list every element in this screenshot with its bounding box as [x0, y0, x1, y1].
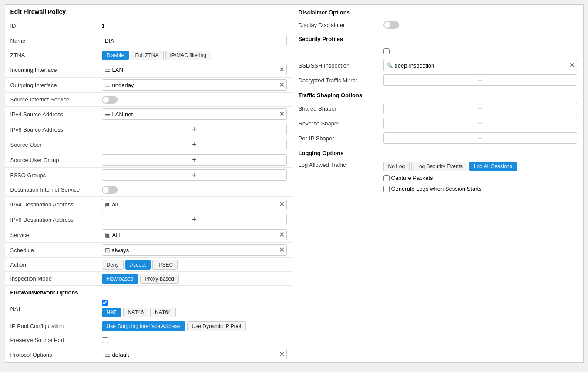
service-field[interactable]: ▣ ALL ✕ [102, 229, 287, 240]
ztna-disable-btn[interactable]: Disable [102, 51, 129, 60]
ztna-ipmac-btn[interactable]: IP/MAC filtering [165, 51, 211, 60]
ssl-row: SSL/SSH Inspection 🔍 deep-inspection ✕ [299, 58, 577, 73]
inspection-flow-btn[interactable]: Flow-based [102, 274, 138, 284]
inspection-value: Flow-based Proxy-based [102, 274, 287, 284]
ipv6-src-value: + [102, 124, 287, 135]
security-profiles-checkbox-row [299, 45, 577, 58]
ssl-clear-btn[interactable]: ✕ [569, 62, 575, 69]
ip-pool-row: IP Pool Configuration Use Outgoing Inter… [5, 319, 292, 333]
src-internet-label: Source Internet Service [10, 96, 102, 103]
incoming-label: Incoming Interface [10, 67, 102, 73]
shared-shaper-row: Shared Shaper + [299, 101, 577, 116]
incoming-clear-btn[interactable]: ✕ [279, 66, 285, 73]
ssl-search-icon: 🔍 [386, 62, 393, 68]
incoming-field[interactable]: ⚌ LAN ✕ [102, 64, 287, 75]
action-value: Deny Accept IPSEC [102, 260, 287, 270]
left-panel-title: Edit Firewall Policy [5, 5, 292, 19]
protocol-label: Protocol Options [10, 352, 102, 358]
decrypted-row: Decrypted Traffic Mirror + [299, 73, 577, 88]
preserve-checkbox[interactable] [102, 337, 108, 343]
per-ip-shaper-label: Per-IP Shaper [299, 135, 383, 142]
ztna-btn-group: Disable Full ZTNA IP/MAC filtering [102, 51, 211, 60]
dst-internet-toggle[interactable] [102, 186, 118, 194]
action-deny-btn[interactable]: Deny [102, 260, 124, 270]
ipv4-dst-label: IPv4 Destination Address [10, 201, 102, 208]
generate-label: Generate Logs when Session Starts [391, 186, 482, 192]
ip-pool-use-outgoing-btn[interactable]: Use Outgoing Interface Address [102, 321, 185, 331]
src-user-group-value: + [102, 154, 287, 166]
reverse-shaper-plus-btn[interactable]: + [383, 118, 577, 129]
schedule-field[interactable]: ⊡ always ✕ [102, 244, 287, 256]
outgoing-text: underlay [112, 82, 284, 88]
ipv4-src-label: IPv4 Source Address [10, 111, 102, 118]
inspection-proxy-btn[interactable]: Proxy-based [140, 274, 179, 284]
outgoing-clear-btn[interactable]: ✕ [279, 81, 285, 88]
ssl-value: 🔍 deep-inspection ✕ [383, 60, 577, 71]
src-internet-row: Source Internet Service [5, 93, 292, 107]
nat-nat-btn[interactable]: NAT [102, 308, 121, 317]
src-user-plus-btn[interactable]: + [102, 139, 287, 150]
log-all-btn[interactable]: Log All Sessions [469, 162, 517, 171]
ipv4-src-icon: ⚌ [105, 111, 111, 118]
display-disclaimer-value [383, 21, 577, 29]
disclaimer-title: Disclaimer Options [299, 9, 577, 16]
ztna-label: ZTNA [10, 52, 102, 58]
ipv4-dst-text: all [112, 201, 284, 208]
ipv4-src-field[interactable]: ⚌ LAN-net ✕ [102, 108, 287, 120]
outgoing-field[interactable]: ⚌ underlay ✕ [102, 79, 287, 91]
reverse-shaper-value: + [383, 118, 577, 129]
capture-checkbox[interactable] [383, 175, 390, 181]
src-internet-toggle[interactable] [102, 96, 118, 104]
ipv6-dst-row: IPv6 Destination Address + [5, 212, 292, 227]
ipv6-dst-plus-btn[interactable]: + [102, 214, 287, 225]
generate-checkbox[interactable] [383, 186, 390, 192]
right-panel: Disclaimer Options Display Disclaimer Se… [292, 5, 583, 362]
nat-options: NAT NAT46 NAT64 [102, 300, 176, 317]
log-security-btn[interactable]: Log Security Events [411, 162, 467, 171]
id-row: ID 1 [5, 19, 292, 33]
action-accept-btn[interactable]: Accept [125, 260, 151, 270]
log-nolog-btn[interactable]: No Log [383, 162, 410, 171]
outgoing-value: ⚌ underlay ✕ [102, 79, 287, 91]
schedule-clear-btn[interactable]: ✕ [279, 247, 285, 254]
ipv6-src-plus-btn[interactable]: + [102, 124, 287, 135]
fsso-row: FSSO Groups + [5, 168, 292, 183]
decrypted-value: + [383, 74, 577, 86]
src-user-value: + [102, 139, 287, 150]
nat-nat46-btn[interactable]: NAT46 [123, 308, 148, 317]
nat-checkbox[interactable] [102, 300, 108, 306]
action-ipsec-btn[interactable]: IPSEC [152, 260, 178, 270]
protocol-icon: ⚌ [105, 351, 111, 358]
security-profiles-checkbox[interactable] [383, 48, 390, 54]
right-panel-content: Disclaimer Options Display Disclaimer Se… [292, 5, 583, 203]
ip-pool-btn-group: Use Outgoing Interface Address Use Dynam… [102, 321, 246, 331]
ipv4-src-value: ⚌ LAN-net ✕ [102, 108, 287, 120]
per-ip-shaper-plus-btn[interactable]: + [383, 132, 577, 144]
ipv4-src-clear-btn[interactable]: ✕ [279, 111, 285, 118]
protocol-clear-btn[interactable]: ✕ [279, 351, 285, 358]
per-ip-shaper-value: + [383, 132, 577, 144]
nat-nat64-btn[interactable]: NAT64 [150, 308, 175, 317]
shared-shaper-plus-btn[interactable]: + [383, 103, 577, 114]
capture-label: Capture Packets [391, 175, 433, 181]
name-input[interactable] [102, 35, 287, 46]
ip-pool-use-dynamic-btn[interactable]: Use Dynamic IP Pool [187, 321, 246, 331]
ztna-full-btn[interactable]: Full ZTNA [131, 51, 164, 60]
service-clear-btn[interactable]: ✕ [279, 231, 285, 238]
src-user-group-plus-btn[interactable]: + [102, 154, 287, 166]
decrypted-plus-btn[interactable]: + [383, 74, 577, 86]
logging-title: Logging Options [299, 150, 577, 156]
reverse-shaper-row: Reverse Shaper + [299, 116, 577, 131]
ipv4-dst-field[interactable]: ▣ all ✕ [102, 199, 287, 210]
inspection-label: Inspection Mode [10, 275, 102, 282]
fsso-plus-btn[interactable]: + [102, 169, 287, 181]
action-label: Action [10, 261, 102, 268]
ipv4-dst-clear-btn[interactable]: ✕ [279, 201, 285, 208]
display-disclaimer-toggle[interactable] [383, 21, 399, 29]
ssl-field[interactable]: 🔍 deep-inspection ✕ [383, 60, 577, 71]
id-label: ID [10, 23, 102, 29]
name-row: Name [5, 33, 292, 48]
security-section: Security Profiles SSL/SSH Inspection 🔍 d… [299, 36, 577, 88]
src-internet-value [102, 96, 287, 104]
protocol-field[interactable]: ⚌ default ✕ [102, 349, 287, 360]
